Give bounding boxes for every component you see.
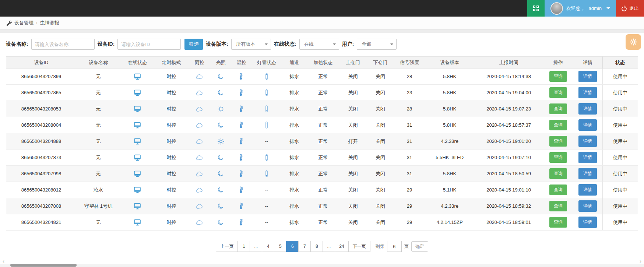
column-header: 在线状态 — [120, 57, 154, 68]
detail-button[interactable]: 详情 — [578, 168, 597, 179]
user-value: 全部 — [362, 41, 371, 48]
query-button[interactable]: 查询 — [549, 185, 567, 195]
page-button-1[interactable]: 1 — [237, 241, 250, 252]
cell-operation: 查询 — [543, 117, 573, 133]
cell-report-time: 2020-04-15 19:04:00 — [474, 85, 543, 101]
horizontal-scrollbar-track[interactable] — [0, 264, 644, 267]
monitor-icon — [134, 73, 141, 80]
cell-heating-status: 正常 — [307, 166, 339, 182]
detail-button[interactable]: 详情 — [578, 152, 597, 163]
monitor-icon — [134, 154, 141, 161]
avatar — [550, 2, 563, 15]
cell-device-id: 865650043208012 — [6, 182, 76, 198]
cell-detail: 详情 — [573, 85, 602, 101]
device-version-select[interactable]: 所有版本 — [231, 39, 271, 50]
cell-lower-door: 关闭 — [367, 198, 394, 214]
query-button[interactable]: 查询 — [549, 201, 567, 211]
query-button[interactable]: 查询 — [549, 168, 567, 179]
column-header: 上仓门 — [339, 57, 367, 68]
cell-status: 使用中 — [602, 166, 638, 182]
cell-device-id: 865650043207808 — [6, 198, 76, 214]
detail-button[interactable]: 详情 — [578, 136, 597, 147]
cell-device-version: 4.2.14.15ZP — [425, 214, 474, 231]
user-select[interactable]: 全部 — [357, 39, 397, 50]
detail-button[interactable]: 详情 — [578, 103, 597, 115]
cell-operation: 查询 — [543, 101, 573, 117]
pagination-goto: 到第 页 确定 — [376, 241, 428, 252]
page-button-24[interactable]: 24 — [335, 241, 348, 252]
cell-timer-mode: 时控 — [154, 214, 188, 231]
page-ellipsis[interactable]: ... — [250, 241, 262, 252]
detail-button[interactable]: 详情 — [578, 87, 597, 98]
goto-page-input[interactable] — [387, 241, 402, 252]
goto-confirm-button[interactable]: 确定 — [411, 241, 428, 252]
cell-status: 使用中 — [602, 117, 638, 133]
cell-rain-control — [189, 101, 211, 117]
moon-icon — [218, 122, 224, 128]
cell-upper-door: 关闭 — [339, 68, 367, 85]
detail-button[interactable]: 详情 — [578, 119, 597, 131]
lamp-tube-icon — [264, 170, 269, 177]
cell-lamp-tube-status: -- — [252, 198, 281, 214]
cell-heating-status: 正常 — [307, 214, 339, 231]
cloud-icon — [196, 204, 203, 209]
prev-page-button[interactable]: 上一页 — [216, 241, 238, 252]
filter-bar: 设备名称: 设备ID: 筛选 设备版本: 所有版本 在线状态: 在线 用户: 全… — [0, 33, 644, 56]
online-status-select[interactable]: 在线 — [299, 39, 339, 50]
page-button-8[interactable]: 8 — [310, 241, 323, 252]
pagination-pages: 上一页1...45678...24下一页 — [216, 241, 370, 252]
horizontal-scrollbar-thumb[interactable] — [10, 264, 77, 267]
scroll-right-arrow[interactable]: › — [640, 258, 641, 264]
query-button[interactable]: 查询 — [549, 136, 567, 147]
filter-button[interactable]: 筛选 — [184, 39, 203, 50]
settings-fab-button[interactable] — [626, 34, 641, 50]
column-header: 操作 — [543, 57, 573, 68]
query-button[interactable]: 查询 — [549, 87, 567, 98]
sun-icon — [218, 138, 224, 145]
table-row: 865650043204888 无 时控 -- 排水 正常 — [6, 133, 638, 150]
query-button[interactable]: 查询 — [549, 120, 567, 130]
moon-icon — [218, 73, 224, 80]
page-button-6[interactable]: 6 — [286, 241, 299, 252]
cell-lamp-tube-status: -- — [252, 214, 281, 231]
page-button-7[interactable]: 7 — [298, 241, 311, 252]
cell-rain-control — [189, 117, 211, 133]
cell-channel: 排水 — [281, 85, 307, 101]
cell-rain-control — [189, 133, 211, 150]
qr-code-button[interactable] — [527, 0, 545, 17]
breadcrumb-item-device-management[interactable]: 设备管理 — [14, 20, 34, 26]
query-button[interactable]: 查询 — [549, 152, 567, 163]
table-row: 865650043208053 无 时控 — [6, 101, 638, 117]
cell-timer-mode: 时控 — [154, 133, 188, 150]
monitor-icon — [134, 138, 141, 145]
table-row: 865650043208012 沁水 时控 -- 排水 正常 关闭 关闭 29 … — [6, 182, 638, 198]
logout-button[interactable]: 退出 — [616, 0, 644, 17]
next-page-button[interactable]: 下一页 — [348, 241, 370, 252]
query-button[interactable]: 查询 — [549, 217, 567, 228]
page-button-4[interactable]: 4 — [262, 241, 274, 252]
query-button[interactable]: 查询 — [549, 71, 567, 82]
detail-button[interactable]: 详情 — [578, 184, 597, 196]
cell-light-status — [211, 166, 231, 182]
scroll-left-arrow[interactable]: ‹ — [3, 258, 4, 264]
thermometer-icon — [239, 105, 244, 112]
cell-light-status — [211, 198, 231, 214]
cell-lamp-tube-status: -- — [252, 182, 281, 198]
device-id-input[interactable] — [117, 39, 181, 50]
detail-button[interactable]: 详情 — [578, 71, 597, 82]
column-header: 上报时间 — [474, 57, 543, 68]
cell-light-status — [211, 214, 231, 231]
page-ellipsis[interactable]: ... — [323, 241, 335, 252]
detail-button[interactable]: 详情 — [578, 217, 597, 228]
cloud-icon — [196, 155, 203, 161]
cell-detail: 详情 — [573, 117, 602, 133]
cell-online-status — [120, 117, 154, 133]
page-button-5[interactable]: 5 — [274, 241, 286, 252]
cell-device-version: 5.8HK — [425, 101, 474, 117]
detail-button[interactable]: 详情 — [578, 200, 597, 212]
chevron-down-icon — [390, 43, 393, 45]
user-menu[interactable]: 欢迎您， admin — [545, 0, 616, 17]
query-button[interactable]: 查询 — [549, 103, 567, 114]
chevron-down-icon — [333, 43, 336, 45]
device-name-input[interactable] — [31, 39, 95, 50]
